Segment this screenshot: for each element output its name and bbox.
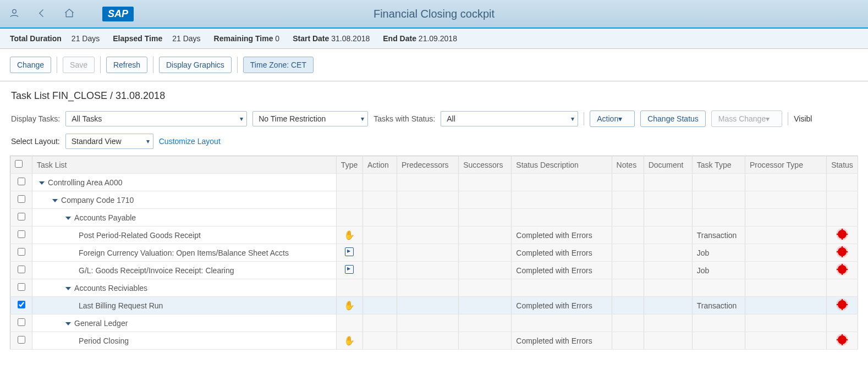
expand-icon[interactable] bbox=[65, 322, 71, 325]
col-successors[interactable]: Successors bbox=[459, 156, 512, 174]
visible-label: Visibl bbox=[794, 114, 812, 123]
timezone-button[interactable]: Time Zone: CET bbox=[243, 57, 314, 73]
chevron-down-icon: ▾ bbox=[571, 115, 574, 123]
task-type bbox=[692, 279, 745, 297]
status-desc bbox=[512, 209, 612, 227]
change-button[interactable]: Change bbox=[10, 57, 51, 73]
status-desc bbox=[512, 314, 612, 332]
error-status-icon bbox=[838, 248, 846, 256]
elapsed-value: 21 Days bbox=[172, 34, 200, 43]
task-label: Accounts Reciviables bbox=[74, 284, 147, 292]
manual-icon: ✋ bbox=[344, 336, 355, 345]
select-layout-select[interactable]: Standard View▾ bbox=[65, 134, 153, 149]
total-duration-value: 21 Days bbox=[72, 34, 100, 43]
task-label: Company Code 1710 bbox=[61, 196, 134, 205]
row-checkbox[interactable] bbox=[18, 213, 25, 220]
back-icon[interactable] bbox=[36, 8, 47, 20]
status-desc: Completed with Errors bbox=[512, 262, 612, 279]
status-select[interactable]: All▾ bbox=[441, 111, 578, 126]
svg-point-0 bbox=[13, 9, 17, 13]
row-checkbox[interactable] bbox=[18, 318, 25, 326]
row-checkbox[interactable] bbox=[18, 248, 25, 256]
chevron-down-icon: ▾ bbox=[146, 137, 150, 145]
table-row[interactable]: General Ledger bbox=[10, 314, 858, 332]
table-row[interactable]: Controlling Area A000 bbox=[10, 174, 858, 191]
row-checkbox[interactable] bbox=[18, 178, 25, 185]
chevron-down-icon: ▾ bbox=[240, 115, 243, 123]
time-restriction-select[interactable]: No Time Restriction▾ bbox=[252, 111, 368, 126]
chevron-down-icon: ▾ bbox=[766, 114, 770, 123]
status-desc: Completed with Errors bbox=[512, 227, 612, 244]
task-label: Last Billing Request Run bbox=[79, 301, 163, 310]
task-label: Controlling Area A000 bbox=[48, 178, 122, 187]
remaining-value: 0 bbox=[275, 34, 279, 43]
select-layout-label: Select Layout: bbox=[11, 137, 60, 146]
task-label: General Ledger bbox=[74, 319, 128, 328]
expand-icon[interactable] bbox=[65, 217, 71, 220]
table-row[interactable]: Period Closing✋Completed with Errors bbox=[10, 332, 858, 350]
table-row[interactable]: Foreign Currency Valuation: Open Items/B… bbox=[10, 244, 858, 262]
row-checkbox[interactable] bbox=[18, 336, 25, 344]
table-row[interactable]: Post Period-Related Goods Receipt✋Comple… bbox=[10, 227, 858, 244]
display-tasks-select[interactable]: All Tasks▾ bbox=[65, 111, 247, 126]
end-value: 21.09.2018 bbox=[419, 34, 457, 43]
row-checkbox[interactable] bbox=[18, 301, 25, 308]
customize-layout-link[interactable]: Customize Layout bbox=[159, 137, 221, 146]
table-row[interactable]: G/L: Goods Receipt/Invoice Receipt: Clea… bbox=[10, 262, 858, 279]
home-icon[interactable] bbox=[64, 8, 75, 20]
task-type: Job bbox=[692, 244, 745, 262]
row-checkbox[interactable] bbox=[18, 230, 25, 238]
col-action[interactable]: Action bbox=[362, 156, 397, 174]
row-checkbox[interactable] bbox=[18, 266, 25, 273]
display-tasks-label: Display Tasks: bbox=[11, 114, 60, 123]
task-table: Task List Type Action Predecessors Succe… bbox=[10, 156, 858, 350]
job-icon bbox=[345, 265, 354, 274]
display-graphics-button[interactable]: Display Graphics bbox=[159, 57, 232, 73]
select-all-checkbox[interactable] bbox=[15, 160, 23, 168]
user-icon[interactable] bbox=[9, 8, 20, 20]
status-desc bbox=[512, 279, 612, 297]
table-row[interactable]: Accounts Payable bbox=[10, 209, 858, 227]
col-document[interactable]: Document bbox=[644, 156, 692, 174]
col-type[interactable]: Type bbox=[336, 156, 362, 174]
save-button: Save bbox=[63, 57, 95, 73]
row-checkbox[interactable] bbox=[18, 195, 25, 203]
chevron-down-icon: ▾ bbox=[618, 114, 622, 123]
filter-bar: Display Tasks: All Tasks▾ No Time Restri… bbox=[0, 106, 868, 131]
col-status[interactable]: Status bbox=[827, 156, 858, 174]
expand-icon[interactable] bbox=[52, 199, 58, 202]
end-label: End Date bbox=[383, 34, 416, 43]
col-task-list[interactable]: Task List bbox=[32, 156, 337, 174]
toolbar: Change Save Refresh Display Graphics Tim… bbox=[0, 49, 868, 81]
col-notes[interactable]: Notes bbox=[612, 156, 644, 174]
expand-icon[interactable] bbox=[39, 181, 45, 185]
job-icon bbox=[345, 247, 354, 256]
layout-bar: Select Layout: Standard View▾ Customize … bbox=[0, 131, 868, 156]
header-row: Task List Type Action Predecessors Succe… bbox=[10, 156, 858, 174]
expand-icon[interactable] bbox=[65, 287, 71, 290]
error-status-icon bbox=[838, 266, 846, 273]
info-bar: Total Duration 21 Days Elapsed Time 21 D… bbox=[0, 29, 868, 49]
status-desc: Completed with Errors bbox=[512, 244, 612, 262]
task-type: Job bbox=[692, 262, 745, 279]
change-status-button[interactable]: Change Status bbox=[640, 111, 706, 127]
status-desc: Completed with Errors bbox=[512, 297, 612, 314]
table-row[interactable]: Accounts Reciviables bbox=[10, 279, 858, 297]
start-label: Start Date bbox=[293, 34, 329, 43]
status-desc bbox=[512, 191, 612, 209]
task-type: Transaction bbox=[692, 297, 745, 314]
task-label: Accounts Payable bbox=[74, 213, 136, 222]
col-predecessors[interactable]: Predecessors bbox=[397, 156, 459, 174]
table-row[interactable]: Company Code 1710 bbox=[10, 191, 858, 209]
col-task-type[interactable]: Task Type bbox=[692, 156, 745, 174]
task-label: Period Closing bbox=[79, 336, 129, 345]
col-status-desc[interactable]: Status Description bbox=[512, 156, 612, 174]
total-duration-label: Total Duration bbox=[10, 34, 62, 43]
refresh-button[interactable]: Refresh bbox=[106, 57, 147, 73]
col-processor[interactable]: Processor Type bbox=[745, 156, 826, 174]
remaining-label: Remaining Time bbox=[214, 34, 273, 43]
task-label: G/L: Goods Receipt/Invoice Receipt: Clea… bbox=[79, 266, 234, 275]
table-row[interactable]: Last Billing Request Run✋Completed with … bbox=[10, 297, 858, 314]
action-button[interactable]: Action▾ bbox=[590, 111, 635, 127]
row-checkbox[interactable] bbox=[18, 283, 25, 291]
